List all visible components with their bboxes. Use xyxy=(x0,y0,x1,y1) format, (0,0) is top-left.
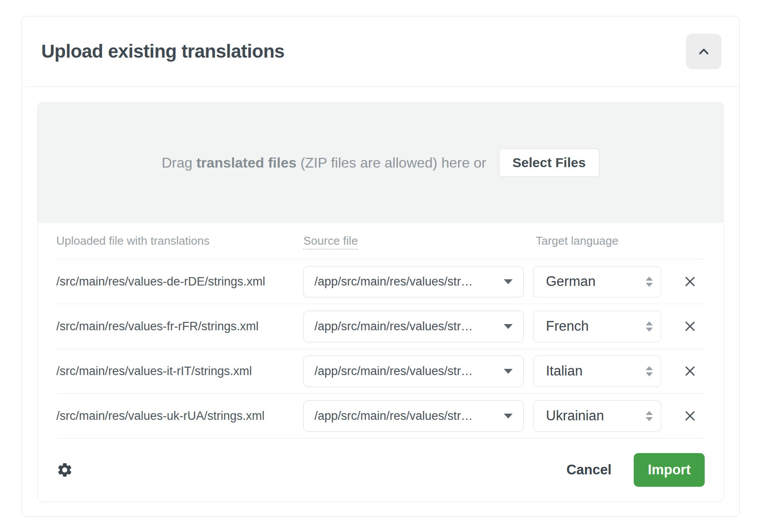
gear-icon xyxy=(56,462,73,478)
dialog-footer: Cancel Import xyxy=(38,438,723,501)
upload-panel: Drag translated files (ZIP files are all… xyxy=(37,102,724,502)
select-files-button[interactable]: Select Files xyxy=(499,149,600,177)
close-icon xyxy=(683,274,698,289)
source-file-dropdown[interactable]: /app/src/main/res/values/str… xyxy=(303,311,524,342)
target-language-value: French xyxy=(546,318,588,334)
settings-button[interactable] xyxy=(56,462,73,478)
source-file-value: /app/src/main/res/values/str… xyxy=(314,320,473,333)
import-button[interactable]: Import xyxy=(634,453,705,487)
source-file-dropdown[interactable]: /app/src/main/res/values/str… xyxy=(303,266,524,297)
caret-down-icon xyxy=(504,324,513,329)
caret-down-icon xyxy=(504,279,513,284)
header-target-language: Target language xyxy=(533,234,661,248)
uploaded-file-path: /src/main/res/values-fr-rFR/strings.xml xyxy=(56,320,303,333)
source-file-value: /app/src/main/res/values/str… xyxy=(314,275,473,289)
remove-row-button[interactable] xyxy=(680,316,700,336)
uploaded-file-path: /src/main/res/values-uk-rUA/strings.xml xyxy=(56,409,303,423)
target-language-select[interactable]: German xyxy=(533,266,661,297)
target-language-select[interactable]: French xyxy=(533,311,661,342)
sort-arrows-icon xyxy=(646,321,653,332)
source-file-value: /app/src/main/res/values/str… xyxy=(314,409,473,423)
table-row: /src/main/res/values-uk-rUA/strings.xml … xyxy=(56,394,705,438)
target-language-value: Italian xyxy=(546,363,583,379)
file-dropzone[interactable]: Drag translated files (ZIP files are all… xyxy=(38,102,723,223)
sort-arrows-icon xyxy=(646,411,653,421)
table-header-row: Uploaded file with translations Source f… xyxy=(56,223,705,259)
close-icon xyxy=(683,408,698,423)
target-language-value: German xyxy=(546,274,596,289)
target-language-select[interactable]: Italian xyxy=(533,356,661,387)
uploaded-file-path: /src/main/res/values-de-rDE/strings.xml xyxy=(56,275,303,289)
table-row: /src/main/res/values-fr-rFR/strings.xml … xyxy=(56,304,705,349)
collapse-button[interactable] xyxy=(686,34,722,69)
chevron-up-icon xyxy=(696,44,711,59)
dialog-header: Upload existing translations xyxy=(22,16,739,87)
cancel-button[interactable]: Cancel xyxy=(564,462,614,478)
target-language-select[interactable]: Ukrainian xyxy=(533,400,661,432)
header-source-file[interactable]: Source file xyxy=(303,234,524,248)
page-title: Upload existing translations xyxy=(41,41,284,62)
upload-table-body: /src/main/res/values-de-rDE/strings.xml … xyxy=(56,259,705,438)
caret-down-icon xyxy=(504,369,513,374)
header-uploaded-file: Uploaded file with translations xyxy=(56,234,303,248)
dropzone-text: Drag translated files (ZIP files are all… xyxy=(161,155,486,171)
close-icon xyxy=(683,319,698,334)
target-language-value: Ukrainian xyxy=(546,408,604,424)
close-icon xyxy=(683,364,698,379)
sort-arrows-icon xyxy=(646,366,653,376)
upload-dialog: Upload existing translations Drag transl… xyxy=(21,16,740,517)
upload-table: Uploaded file with translations Source f… xyxy=(38,223,723,438)
sort-arrows-icon xyxy=(646,277,653,287)
table-row: /src/main/res/values-de-rDE/strings.xml … xyxy=(56,259,705,304)
source-file-dropdown[interactable]: /app/src/main/res/values/str… xyxy=(303,400,524,432)
caret-down-icon xyxy=(504,414,513,419)
remove-row-button[interactable] xyxy=(680,271,700,292)
table-row: /src/main/res/values-it-rIT/strings.xml … xyxy=(56,349,705,394)
source-file-dropdown[interactable]: /app/src/main/res/values/str… xyxy=(303,356,524,387)
remove-row-button[interactable] xyxy=(680,361,700,381)
remove-row-button[interactable] xyxy=(680,406,700,426)
uploaded-file-path: /src/main/res/values-it-rIT/strings.xml xyxy=(56,364,303,378)
source-file-value: /app/src/main/res/values/str… xyxy=(314,364,473,378)
